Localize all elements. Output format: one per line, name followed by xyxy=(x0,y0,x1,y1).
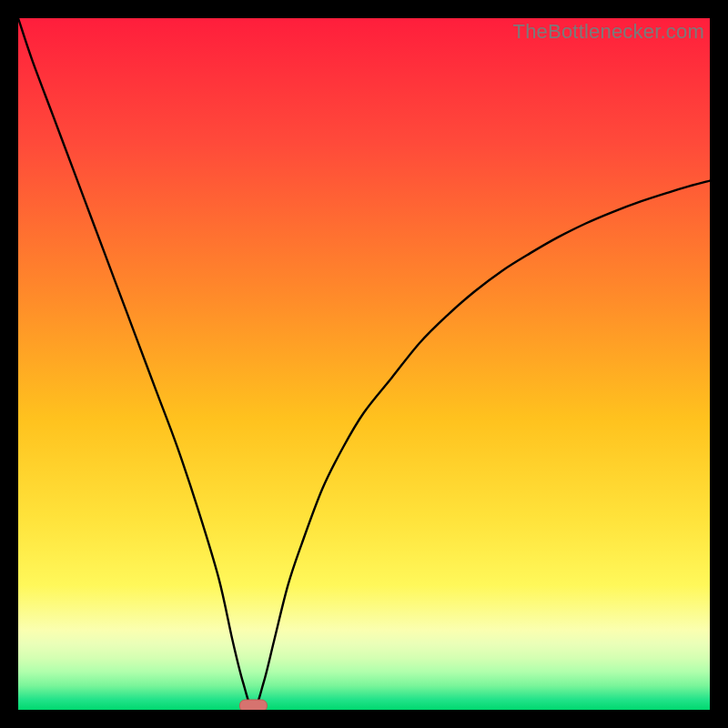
watermark-label: TheBottlenecker.com xyxy=(513,20,704,44)
chart-frame: TheBottlenecker.com xyxy=(18,18,710,710)
bottleneck-chart xyxy=(18,18,710,710)
gradient-background xyxy=(18,18,710,710)
minimum-marker xyxy=(239,700,267,710)
